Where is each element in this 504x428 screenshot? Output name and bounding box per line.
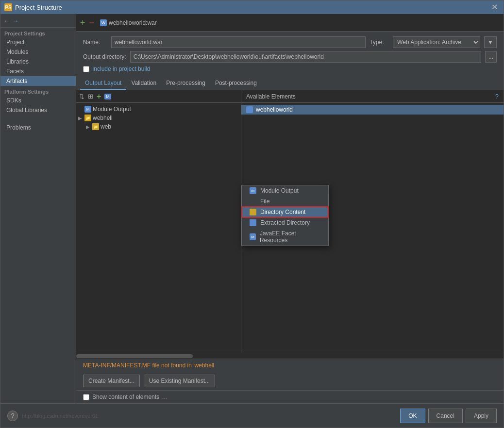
available-header: Available Elements ? bbox=[241, 90, 504, 103]
sidebar-item-facets[interactable]: Facets bbox=[0, 66, 76, 76]
show-content-label: Show content of elements bbox=[92, 394, 159, 400]
tree-label-web: web bbox=[101, 123, 111, 130]
warning-bar: META-INF/MANIFEST.MF file not found in '… bbox=[76, 359, 504, 372]
bottom-right: OK Cancel Apply bbox=[400, 409, 497, 423]
bottom-bar: ? http://blog.csdn.net/neverever01 OK Ca… bbox=[0, 403, 504, 428]
module-icon: M bbox=[84, 106, 91, 113]
apply-button[interactable]: Apply bbox=[466, 409, 497, 423]
sidebar-item-artifacts[interactable]: Artifacts bbox=[0, 76, 76, 86]
available-help-button[interactable]: ? bbox=[495, 93, 499, 100]
sidebar-item-problems[interactable]: Problems bbox=[0, 123, 76, 132]
show-content-row: Show content of elements ... bbox=[76, 390, 504, 403]
artifact-list-panel: + − W webhelloworld:war bbox=[76, 14, 504, 32]
output-dir-label: Output directory: bbox=[83, 53, 126, 60]
scrollbar-thumb[interactable] bbox=[76, 354, 193, 358]
cancel-button[interactable]: Cancel bbox=[428, 409, 463, 423]
available-header-label: Available Elements bbox=[246, 93, 296, 100]
close-button[interactable]: ✕ bbox=[489, 2, 500, 12]
tab-post-processing[interactable]: Post-processing bbox=[210, 77, 262, 90]
use-existing-manifest-button[interactable]: Use Existing Manifest... bbox=[144, 375, 215, 387]
help-button[interactable]: ? bbox=[7, 411, 18, 421]
tree-arrow-child: ▶ bbox=[86, 124, 91, 130]
main-content: ← → Project Settings Project Modules Lib… bbox=[0, 14, 504, 403]
tree-toolbar: ⇅ ⊞ + M bbox=[76, 90, 241, 103]
sidebar: ← → Project Settings Project Modules Lib… bbox=[0, 14, 76, 403]
tree-item-webhell-root[interactable]: ▶ 📁 webhell bbox=[76, 114, 241, 122]
tab-validation[interactable]: Validation bbox=[126, 77, 161, 90]
manifest-buttons: Create Manifest... Use Existing Manifest… bbox=[76, 372, 504, 390]
type-dots-button[interactable]: ▼ bbox=[484, 36, 497, 48]
artifact-icon: W bbox=[100, 19, 107, 26]
watermark: http://blog.csdn.net/neverever01 bbox=[22, 413, 98, 419]
show-content-checkbox[interactable] bbox=[83, 394, 89, 400]
sidebar-item-sdks[interactable]: SDKs bbox=[0, 96, 76, 105]
tree-item-module-output[interactable]: M Module Output bbox=[76, 105, 241, 114]
sidebar-item-project[interactable]: Project bbox=[0, 37, 76, 47]
nav-forward-button[interactable]: → bbox=[12, 17, 19, 25]
create-manifest-button[interactable]: Create Manifest... bbox=[83, 375, 140, 387]
tree-item-web-child[interactable]: ▶ 📁 web bbox=[76, 122, 241, 131]
sidebar-item-modules[interactable]: Modules bbox=[0, 47, 76, 57]
output-dir-input[interactable] bbox=[130, 51, 481, 63]
horizontal-scrollbar[interactable] bbox=[76, 353, 504, 359]
artifact-item[interactable]: W webhelloworld:war bbox=[97, 18, 160, 27]
dialog-title: Project Structure bbox=[15, 4, 62, 11]
tab-pre-processing[interactable]: Pre-processing bbox=[161, 77, 210, 90]
tree-add-button[interactable]: + bbox=[96, 92, 102, 101]
tree-panel: ⇅ ⊞ + M M Module Output bbox=[76, 90, 241, 353]
nav-back-button[interactable]: ← bbox=[3, 17, 10, 25]
right-panel: + − W webhelloworld:war Name: Type: Web … bbox=[76, 14, 504, 403]
type-label: Type: bbox=[370, 39, 389, 46]
sidebar-nav: ← → bbox=[0, 14, 76, 28]
tree-arrow-root: ▶ bbox=[78, 115, 83, 121]
output-dir-row: Output directory: ... bbox=[83, 51, 497, 63]
show-content-extra[interactable]: ... bbox=[162, 394, 167, 400]
settings-area: Name: Type: Web Application: Archive ▼ O… bbox=[76, 32, 504, 77]
sidebar-item-libraries[interactable]: Libraries bbox=[0, 57, 76, 66]
tree-sort-button[interactable]: ⇅ bbox=[78, 93, 85, 100]
tabs-bar: Output Layout Validation Pre-processing … bbox=[76, 77, 504, 90]
tree-module-button[interactable]: M bbox=[103, 94, 112, 99]
artifact-name: webhelloworld:war bbox=[109, 19, 157, 26]
available-item-icon bbox=[246, 106, 253, 113]
tree-expand-button[interactable]: ⊞ bbox=[87, 93, 94, 100]
name-label: Name: bbox=[83, 39, 107, 46]
folder-icon-root: 📁 bbox=[84, 115, 91, 121]
project-structure-dialog: PS Project Structure ✕ ← → Project Setti… bbox=[0, 0, 504, 428]
title-bar-left: PS Project Structure bbox=[4, 3, 62, 11]
include-label: Include in project build bbox=[92, 66, 150, 72]
type-select[interactable]: Web Application: Archive bbox=[393, 36, 480, 48]
output-area: ⇅ ⊞ + M M Module Output bbox=[76, 90, 504, 353]
tree-label-webhell: webhell bbox=[93, 115, 113, 121]
folder-icon-child: 📁 bbox=[92, 123, 99, 130]
platform-settings-label: Platform Settings bbox=[0, 86, 76, 96]
tree-label-module-output: Module Output bbox=[93, 106, 131, 113]
include-checkbox[interactable] bbox=[83, 66, 89, 72]
include-row: Include in project build bbox=[83, 66, 497, 72]
bottom-left: ? http://blog.csdn.net/neverever01 bbox=[7, 411, 98, 421]
remove-artifact-button[interactable]: − bbox=[88, 18, 96, 27]
tab-output-layout[interactable]: Output Layout bbox=[80, 77, 126, 90]
app-icon: PS bbox=[4, 3, 12, 11]
title-bar: PS Project Structure ✕ bbox=[0, 0, 504, 14]
output-dir-dots-button[interactable]: ... bbox=[485, 51, 497, 63]
add-artifact-button[interactable]: + bbox=[79, 18, 86, 27]
project-settings-label: Project Settings bbox=[0, 28, 76, 37]
available-item-label: webhelloworld bbox=[256, 106, 293, 113]
ok-button[interactable]: OK bbox=[400, 409, 425, 423]
tree-content: M Module Output ▶ 📁 webhell ▶ 📁 web bbox=[76, 103, 241, 353]
name-row: Name: Type: Web Application: Archive ▼ bbox=[83, 36, 497, 48]
available-item-webhelloworld[interactable]: webhelloworld bbox=[241, 105, 504, 115]
sidebar-item-global-libraries[interactable]: Global Libraries bbox=[0, 105, 76, 115]
name-input[interactable] bbox=[111, 36, 366, 48]
